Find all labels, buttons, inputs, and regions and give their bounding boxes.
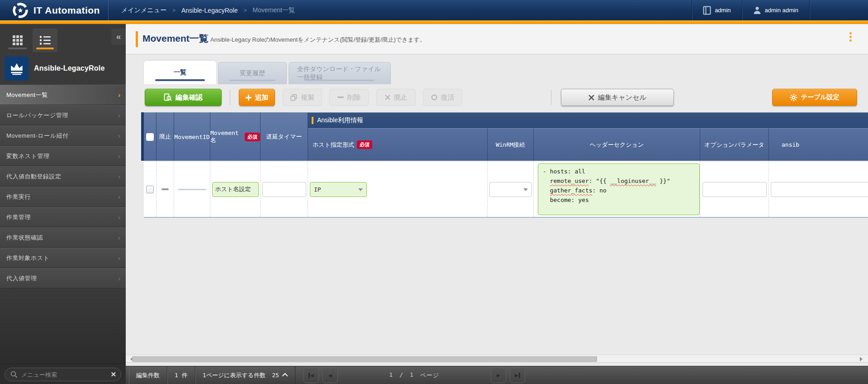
plus-icon xyxy=(246,95,251,101)
it-automation-logo-icon xyxy=(12,2,29,19)
sidebar-item-operation-status[interactable]: 作業状態確認 › xyxy=(0,227,126,248)
column-header-movement-id[interactable]: MovementID xyxy=(174,112,210,161)
tab-change-history[interactable]: 変更履歴 xyxy=(218,62,287,84)
app-logo[interactable]: IT Automation xyxy=(0,0,109,20)
kebab-menu-icon[interactable] xyxy=(849,32,852,42)
button-label: 編集確認 xyxy=(175,93,203,102)
breadcrumb-main-menu[interactable]: メインメニュー xyxy=(121,6,166,14)
restore-button[interactable]: 復活 xyxy=(423,89,462,106)
discard-button[interactable]: 廃止 xyxy=(376,89,416,106)
edit-count-label: 編集件数 xyxy=(129,366,167,384)
column-header-ansible-clipped[interactable]: ansib xyxy=(769,128,868,161)
column-header-movement-name[interactable]: Movement名 必須 xyxy=(210,112,261,161)
breadcrumb-menu-group[interactable]: Ansible-LegacyRole xyxy=(181,7,238,14)
unit: 件 xyxy=(182,371,188,379)
sidebar-collapse-button[interactable]: « xyxy=(111,29,126,45)
column-label: ホスト指定形式 xyxy=(313,141,354,149)
column-header-winrm[interactable]: WinRM接続 xyxy=(488,128,534,161)
header-section-textarea[interactable]: - hosts: all remote_user: "{{ __loginuse… xyxy=(538,163,700,215)
row-movement-id-cell xyxy=(174,162,210,217)
sidebar-item-label: Movement-ロール紐付 xyxy=(6,132,69,140)
sidebar-item-label: 変数ネスト管理 xyxy=(6,152,49,160)
menu-search-box: ✕ xyxy=(5,368,121,381)
sidebar-item-substitution-auto-reg[interactable]: 代入値自動登録設定 › xyxy=(0,166,126,187)
sidebar-item-operation-management[interactable]: 作業管理 › xyxy=(0,207,126,227)
circle-icon xyxy=(431,94,437,101)
row-header-section-cell: - hosts: all remote_user: "{{ __loginuse… xyxy=(534,162,700,217)
menu-group-button[interactable]: admin xyxy=(692,0,741,20)
edit-cancel-button[interactable]: 編集キャンセル xyxy=(561,89,674,106)
tab-list[interactable]: 一覧 xyxy=(144,61,216,84)
sidebar-item-label: ロールパッケージ管理 xyxy=(6,111,68,120)
ansible-extra-input[interactable] xyxy=(771,182,868,197)
column-header-discard[interactable]: 廃止 xyxy=(157,112,174,161)
current-page: 1 xyxy=(389,371,393,379)
scrollbar-thumb[interactable] xyxy=(132,356,597,362)
next-page-button[interactable]: ▶ xyxy=(491,368,506,383)
app-window: IT Automation メインメニュー > Ansible-LegacyRo… xyxy=(0,0,868,384)
prev-page-icon: ◀ xyxy=(328,372,332,379)
dropdown-arrow-icon xyxy=(358,188,363,191)
movement-name-input[interactable] xyxy=(212,182,259,197)
sidebar-item-substitution-value[interactable]: 代入値管理 › xyxy=(0,268,126,288)
group-marker xyxy=(312,117,313,124)
sidebar-item-label: 作業状態確認 xyxy=(6,234,43,242)
sidebar-item-target-host[interactable]: 作業対象ホスト › xyxy=(0,248,126,268)
button-label: 追加 xyxy=(255,93,269,102)
tab-label: 変更履歴 xyxy=(240,69,265,77)
sidebar-item-movement-list[interactable]: Movement一覧 › xyxy=(0,85,126,105)
tab-underline xyxy=(8,48,27,49)
duplicate-button[interactable]: 複製 xyxy=(283,89,322,106)
sidebar-item-role-package[interactable]: ロールパッケージ管理 › xyxy=(0,105,126,125)
column-header-host-format[interactable]: ホスト指定形式 必須 xyxy=(308,128,488,161)
last-page-button[interactable]: ▶ xyxy=(510,368,525,383)
row-ansible-cell xyxy=(769,162,868,217)
toolbar-divider xyxy=(551,90,551,105)
first-page-icon xyxy=(308,373,310,378)
yaml-indent xyxy=(543,187,550,194)
row-checkbox[interactable] xyxy=(146,186,154,193)
menu-search-input[interactable] xyxy=(21,371,110,378)
column-header-header-section[interactable]: ヘッダーセクション xyxy=(534,128,700,161)
sidebar-item-execute[interactable]: 作業実行 › xyxy=(0,187,126,207)
delete-button[interactable]: 削除 xyxy=(329,89,369,106)
sidebar-item-movement-role-link[interactable]: Movement-ロール紐付 › xyxy=(0,125,126,146)
accent-stripe xyxy=(0,20,868,24)
winrm-select[interactable] xyxy=(489,182,532,197)
dash-placeholder xyxy=(161,188,169,190)
sidebar-tab-menu-list[interactable] xyxy=(33,29,57,52)
column-header-delay-timer[interactable]: 遅延タイマー xyxy=(261,112,308,161)
toolbar: 編集確認 追加 複製 削除 xyxy=(126,89,868,107)
host-format-select[interactable]: IP xyxy=(310,182,367,197)
menu-group-label: admin xyxy=(715,7,730,14)
prev-page-button[interactable]: ◀ xyxy=(323,368,338,383)
yaml-indent xyxy=(543,197,550,203)
search-icon xyxy=(10,371,18,378)
search-clear-button[interactable]: ✕ xyxy=(110,370,116,379)
scroll-right-icon[interactable] xyxy=(860,357,865,361)
last-page-icon xyxy=(519,373,520,378)
add-button[interactable]: 追加 xyxy=(239,89,275,106)
yaml-indent xyxy=(543,178,550,184)
page-size-select[interactable]: 25 xyxy=(272,372,288,379)
column-header-option-params[interactable]: オプションパラメータ xyxy=(700,128,769,161)
delay-timer-input[interactable] xyxy=(262,182,306,197)
sidebar-menu: Movement一覧 › ロールパッケージ管理 › Movement-ロール紐付… xyxy=(0,85,126,288)
first-page-button[interactable]: ◀ xyxy=(304,368,319,383)
yaml-variable: __loginuser__ xyxy=(610,178,656,184)
select-all-checkbox[interactable] xyxy=(146,133,154,141)
view-tabs: 一覧 変更履歴 全件ダウンロード・ファイル一括登録 xyxy=(144,61,391,84)
option-params-input[interactable] xyxy=(702,182,767,197)
table-settings-button[interactable]: テーブル設定 xyxy=(772,89,857,106)
page-size-label: 1ページに表示する件数 xyxy=(203,371,266,379)
chevron-right-icon: › xyxy=(118,111,120,119)
workspace-header: Ansible-LegacyRole xyxy=(0,52,126,85)
sidebar-item-variable-nest[interactable]: 変数ネスト管理 › xyxy=(0,146,126,166)
edit-confirm-button[interactable]: 編集確認 xyxy=(145,89,222,106)
user-menu-button[interactable]: admin admin xyxy=(742,0,809,20)
tab-underline xyxy=(36,48,54,49)
horizontal-scrollbar xyxy=(126,355,868,363)
sidebar-tab-menu-groups[interactable] xyxy=(5,29,30,52)
tab-download-upload[interactable]: 全件ダウンロード・ファイル一括登録 xyxy=(289,62,391,84)
workspace-logo xyxy=(5,57,28,81)
